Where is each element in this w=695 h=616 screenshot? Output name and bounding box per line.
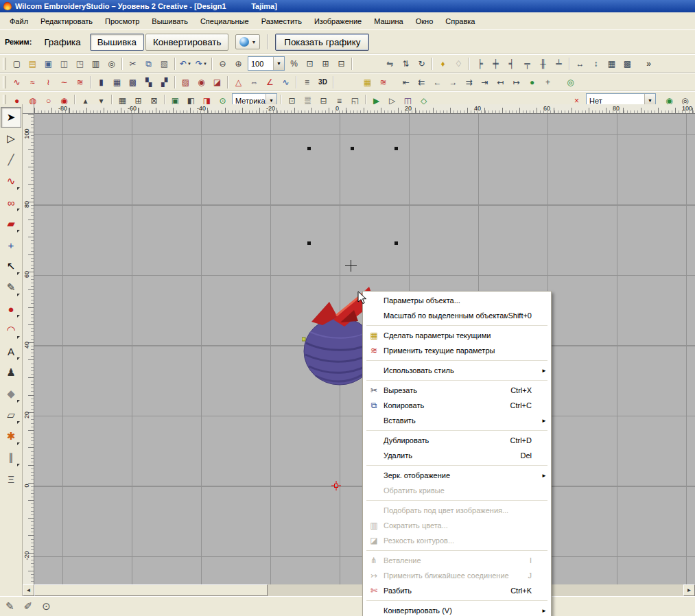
travel-end-button[interactable]: ⇥ (478, 75, 493, 90)
make-parameters-current-button[interactable]: ▦ (360, 75, 375, 90)
menu-item-0[interactable]: Файл (3, 15, 34, 27)
ungroup-button[interactable]: ▩ (620, 56, 635, 71)
pen-tool[interactable]: ✎ (1, 277, 21, 298)
show-graphics-button[interactable]: Показать графику (275, 34, 369, 51)
measure-tool[interactable]: ╱ (1, 150, 21, 170)
context-menu-item-3[interactable]: ▦Сделать параметры текущими (364, 328, 550, 343)
chevron-down-icon[interactable]: ▼ (203, 62, 207, 66)
scrollbar-thumb[interactable] (34, 584, 268, 596)
flexi-split-button[interactable]: ▞ (157, 75, 172, 90)
auto-scroll-button[interactable]: ◎ (563, 75, 578, 90)
arc-tool[interactable]: ◠ (1, 320, 21, 340)
print-button[interactable]: ▥ (89, 56, 104, 71)
chevron-down-icon[interactable]: ▼ (273, 57, 284, 70)
group-button[interactable]: ▦ (604, 56, 620, 71)
reshape-object-tool[interactable]: + (1, 235, 21, 255)
menu-item-1[interactable]: Редактировать (34, 15, 99, 27)
menu-item-2[interactable]: Просмотр (99, 15, 145, 27)
align-right-button[interactable]: ╡ (504, 56, 519, 71)
stitch-angle-button[interactable]: ∠ (263, 75, 278, 90)
fancy-fill-button[interactable]: ▨ (178, 75, 193, 90)
context-menu-item-13[interactable]: УдалитьDel (364, 448, 550, 463)
paste-button[interactable]: ▧ (157, 56, 172, 71)
context-menu-item-15[interactable]: Зерк. отображение► (364, 468, 550, 483)
mirror-vertical-button[interactable]: ⇅ (399, 56, 414, 71)
open-curve-digitize-tool[interactable]: ∿ (1, 171, 21, 191)
outline-list-button[interactable]: ≡ (300, 75, 315, 90)
zoom-in-button[interactable]: ⊕ (231, 56, 246, 71)
context-menu-item-26[interactable]: Конвертировать (V)► (364, 603, 550, 616)
object-next-button[interactable]: ↦ (509, 75, 524, 90)
protractor-icon[interactable]: ⊙ (42, 600, 51, 613)
zoom-previous-button[interactable]: ⊟ (334, 56, 349, 71)
unlock-all-button[interactable]: ♢ (451, 56, 467, 71)
toolbar-overflow-button[interactable]: » (641, 56, 657, 71)
menu-item-5[interactable]: Разместить (255, 15, 308, 27)
menu-item-6[interactable]: Изображение (308, 15, 368, 27)
stemstitch-button[interactable]: ≋ (73, 75, 88, 90)
tatami-fill-button[interactable]: ▦ (110, 75, 125, 90)
effect-3d-button[interactable]: 3D (316, 75, 331, 90)
outline-shape-tool[interactable]: ▱ (1, 405, 21, 425)
pull-compensation-button[interactable]: ⇔ (247, 75, 262, 90)
smooth-curves-button[interactable]: ∿ (279, 75, 294, 90)
lock-button[interactable]: ♦ (436, 56, 451, 71)
circle-tool[interactable]: ● (1, 298, 21, 319)
select-tool[interactable]: ➤ (1, 107, 21, 128)
align-left-button[interactable]: ╞ (473, 56, 488, 71)
team-names-tool[interactable]: ♟ (1, 362, 21, 383)
menu-item-7[interactable]: Машина (368, 15, 410, 27)
object-previous-button[interactable]: ↤ (493, 75, 508, 90)
motif-fill-button[interactable]: ▩ (126, 75, 141, 90)
cut-button[interactable]: ✂ (126, 56, 141, 71)
context-menu-item-4[interactable]: ≋Применить текущие параметры (364, 343, 550, 358)
context-menu-item-9[interactable]: ⧉КопироватьCtrl+C (364, 398, 550, 413)
zoom-percent-button[interactable]: % (287, 56, 302, 71)
run-stitch-button[interactable]: ∿ (10, 75, 25, 90)
contour-fill-button[interactable]: ◉ (194, 75, 209, 90)
selection-handle[interactable] (394, 241, 398, 245)
align-top-button[interactable]: ╤ (520, 56, 535, 71)
space-evenly-vertical-button[interactable]: ↕ (589, 56, 604, 71)
context-menu-item-8[interactable]: ✂ВырезатьCtrl+X (364, 383, 550, 398)
mode-button-2[interactable]: Конвертировать (145, 34, 228, 51)
mirror-horizontal-button[interactable]: ⇋ (383, 56, 398, 71)
color-change-marker-button[interactable]: ● (525, 75, 540, 90)
auto-digitizer-tool[interactable]: ✱ (1, 426, 21, 447)
selection-handle[interactable] (394, 147, 398, 150)
travel-previous-button[interactable]: ← (430, 75, 445, 90)
context-menu-item-1[interactable]: Масштаб по выделенным объектамShift+0 (364, 308, 550, 323)
context-menu-item-10[interactable]: Вставить► (364, 413, 550, 428)
horizontal-scrollbar[interactable]: ◄ ► (23, 584, 695, 596)
zoom-combo[interactable]: 100▼ (248, 56, 285, 71)
backstitch-button[interactable]: ∼ (57, 75, 72, 90)
selection-handle[interactable] (351, 147, 354, 150)
zoom-to-fit-button[interactable]: ⊞ (318, 56, 333, 71)
pencil-icon[interactable]: ✎ (5, 600, 14, 613)
apply-current-parameters-button[interactable]: ≋ (376, 75, 391, 90)
pen-icon[interactable]: ✐ (24, 600, 33, 613)
applique-fill-button[interactable]: ◪ (210, 75, 225, 90)
reshape-select-tool[interactable]: ▷ (1, 128, 21, 149)
titlebar[interactable]: Wilcom EmbroideryStudio – Уровень 2 Crea… (0, 0, 695, 12)
satin-stitch-button[interactable]: ▮ (94, 75, 109, 90)
triple-run-stitch-button[interactable]: ≈ (25, 75, 40, 90)
closed-curve-digitize-tool[interactable]: ∞ (1, 192, 21, 213)
context-menu-item-0[interactable]: Параметры объекта... (364, 293, 550, 308)
open-design-button[interactable]: ▤ (25, 56, 40, 71)
lettering-tool[interactable]: A (1, 341, 21, 362)
selection-handle[interactable] (307, 241, 311, 245)
align-bottom-button[interactable]: ╧ (552, 56, 567, 71)
program-split-button[interactable]: ▚ (141, 75, 156, 90)
applique-tool[interactable]: ◆ (1, 383, 21, 404)
new-document-button[interactable]: ▢ (10, 56, 25, 71)
zoom-1to1-button[interactable]: ⊡ (303, 56, 318, 71)
select-node-tool[interactable]: ↖ (1, 256, 21, 276)
print-preview-button[interactable]: ◎ (104, 56, 119, 71)
toolbar-grip[interactable] (3, 58, 6, 70)
insert-design-button[interactable]: ◫ (57, 56, 72, 71)
menu-item-4[interactable]: Специальные (194, 15, 255, 27)
selection-handle[interactable] (307, 147, 311, 150)
travel-next-button[interactable]: → (446, 75, 461, 90)
context-menu-item-12[interactable]: ДублироватьCtrl+D (364, 433, 550, 448)
